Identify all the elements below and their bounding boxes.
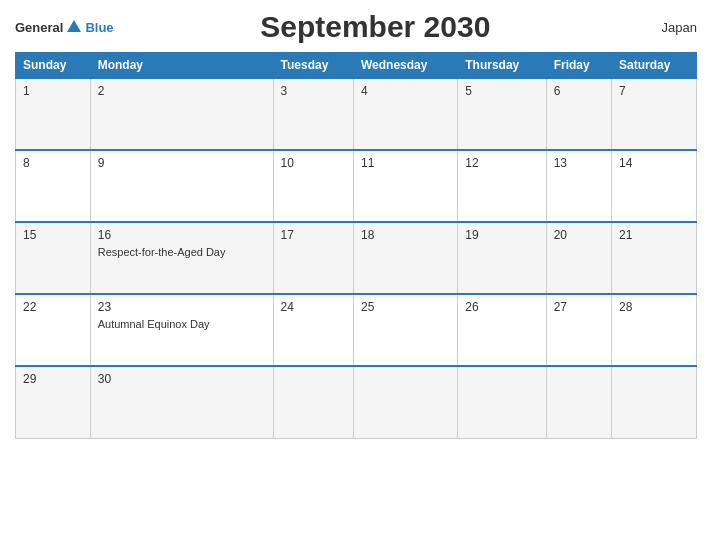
day-number: 8 [23,156,83,170]
day-number: 2 [98,84,266,98]
day-number: 10 [281,156,346,170]
day-number: 26 [465,300,538,314]
day-number: 15 [23,228,83,242]
calendar-cell: 22 [16,294,91,366]
day-number: 12 [465,156,538,170]
calendar-cell: 16Respect-for-the-Aged Day [90,222,273,294]
logo-text-general: General [15,20,63,35]
day-number: 4 [361,84,450,98]
weekday-header-sunday: Sunday [16,53,91,79]
day-number: 19 [465,228,538,242]
calendar-week-row: 1234567 [16,78,697,150]
calendar-cell: 29 [16,366,91,438]
day-number: 6 [554,84,604,98]
calendar-cell: 5 [458,78,546,150]
calendar-cell: 19 [458,222,546,294]
calendar-cell: 17 [273,222,353,294]
day-number: 28 [619,300,689,314]
calendar-cell: 4 [353,78,457,150]
calendar-cell: 9 [90,150,273,222]
day-number: 1 [23,84,83,98]
day-number: 20 [554,228,604,242]
event-text: Autumnal Equinox Day [98,317,266,331]
country-label: Japan [637,20,697,35]
day-number: 16 [98,228,266,242]
calendar-cell: 24 [273,294,353,366]
page-header: General Blue September 2030 Japan [15,10,697,44]
calendar-cell [611,366,696,438]
calendar-cell: 11 [353,150,457,222]
calendar-week-row: 2223Autumnal Equinox Day2425262728 [16,294,697,366]
calendar-cell: 30 [90,366,273,438]
calendar-cell [273,366,353,438]
calendar-week-row: 2930 [16,366,697,438]
weekday-header-monday: Monday [90,53,273,79]
day-number: 3 [281,84,346,98]
day-number: 13 [554,156,604,170]
calendar-cell: 27 [546,294,611,366]
calendar-cell [353,366,457,438]
calendar-week-row: 1516Respect-for-the-Aged Day1718192021 [16,222,697,294]
calendar-cell: 12 [458,150,546,222]
logo-icon [65,18,83,36]
weekday-header-row: SundayMondayTuesdayWednesdayThursdayFrid… [16,53,697,79]
svg-marker-0 [67,20,81,32]
calendar-cell: 2 [90,78,273,150]
weekday-header-saturday: Saturday [611,53,696,79]
calendar-cell: 20 [546,222,611,294]
weekday-header-thursday: Thursday [458,53,546,79]
calendar-cell: 13 [546,150,611,222]
day-number: 17 [281,228,346,242]
day-number: 24 [281,300,346,314]
calendar-cell: 7 [611,78,696,150]
day-number: 5 [465,84,538,98]
day-number: 11 [361,156,450,170]
day-number: 18 [361,228,450,242]
weekday-header-wednesday: Wednesday [353,53,457,79]
calendar-cell: 26 [458,294,546,366]
calendar-table: SundayMondayTuesdayWednesdayThursdayFrid… [15,52,697,439]
calendar-cell: 8 [16,150,91,222]
weekday-header-tuesday: Tuesday [273,53,353,79]
calendar-cell: 10 [273,150,353,222]
calendar-cell: 23Autumnal Equinox Day [90,294,273,366]
event-text: Respect-for-the-Aged Day [98,245,266,259]
logo-text-blue: Blue [85,20,113,35]
calendar-cell: 15 [16,222,91,294]
calendar-week-row: 891011121314 [16,150,697,222]
day-number: 9 [98,156,266,170]
calendar-cell [546,366,611,438]
calendar-cell: 28 [611,294,696,366]
calendar-cell: 18 [353,222,457,294]
day-number: 23 [98,300,266,314]
calendar-cell [458,366,546,438]
calendar-cell: 21 [611,222,696,294]
calendar-cell: 25 [353,294,457,366]
day-number: 30 [98,372,266,386]
day-number: 22 [23,300,83,314]
calendar-cell: 1 [16,78,91,150]
day-number: 29 [23,372,83,386]
day-number: 25 [361,300,450,314]
logo: General Blue [15,18,114,36]
day-number: 27 [554,300,604,314]
calendar-cell: 6 [546,78,611,150]
day-number: 7 [619,84,689,98]
weekday-header-friday: Friday [546,53,611,79]
calendar-cell: 14 [611,150,696,222]
day-number: 21 [619,228,689,242]
calendar-cell: 3 [273,78,353,150]
day-number: 14 [619,156,689,170]
calendar-title: September 2030 [114,10,637,44]
